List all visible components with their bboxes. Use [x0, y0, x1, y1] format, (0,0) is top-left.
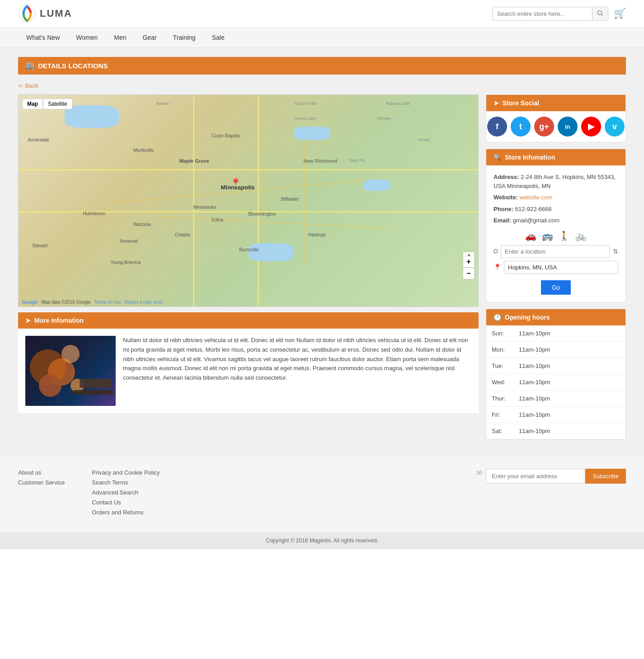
- website-value[interactable]: website.com: [520, 194, 552, 201]
- store-info-header: 🔍 Store Infomation: [486, 149, 625, 165]
- map-data-label: Map data ©2016 Google: [41, 300, 90, 305]
- footer-link[interactable]: About us: [18, 469, 41, 476]
- day-label: Fri:: [486, 406, 513, 423]
- footer: About usCustomer Service Privacy and Coo…: [0, 455, 644, 549]
- origin-dot: [494, 249, 498, 254]
- go-button[interactable]: Go: [541, 280, 571, 295]
- linkedin-icon[interactable]: in: [558, 117, 578, 137]
- opening-hours-panel: 🕐 Opening hours Sun:11am-10pmMon:11am-10…: [486, 309, 626, 440]
- footer-link[interactable]: Advanced Search: [92, 489, 138, 496]
- hours-value: 11am-10pm: [513, 374, 625, 390]
- section-title: DETAILS LOCATIONS: [38, 62, 108, 70]
- car-direction-icon[interactable]: 🚗: [525, 231, 536, 241]
- nav-item-women[interactable]: Women: [68, 28, 106, 47]
- logo-text: LUMA: [40, 8, 72, 19]
- hours-row: Thur:11am-10pm: [486, 390, 625, 406]
- phone-value: 612-922-6666: [515, 206, 552, 212]
- hours-value: 11am-10pm: [513, 390, 625, 406]
- vimeo-icon[interactable]: v: [605, 117, 625, 137]
- store-description: Nullam id dolor id nibh ultricies vehicu…: [123, 336, 471, 406]
- opening-hours-title: Opening hours: [505, 314, 550, 321]
- back-link[interactable]: <- Back: [18, 82, 38, 89]
- destination-pin: 📍: [494, 264, 501, 271]
- satellite-view-button[interactable]: Satellite: [43, 99, 72, 109]
- more-info-section: ➤ More Infomation Nullam id dolor id: [18, 312, 479, 413]
- terms-link[interactable]: Terms of Use: [94, 300, 121, 305]
- nav-item-gear[interactable]: Gear: [134, 28, 165, 47]
- facebook-icon[interactable]: f: [487, 117, 507, 137]
- address-row: Address: 2-24 8th Ave S, Hopkins, MN 553…: [494, 173, 618, 190]
- footer-link[interactable]: Contact Us: [92, 499, 121, 506]
- map-view-button[interactable]: Map: [22, 99, 43, 109]
- zoom-in-button[interactable]: +: [463, 256, 475, 268]
- nav-item-whats-new[interactable]: What's New: [18, 28, 68, 47]
- website-row: Website: website.com: [494, 193, 618, 202]
- zoom-out-button[interactable]: −: [463, 268, 475, 279]
- newsletter-row: ✉ Subscribe: [476, 469, 626, 484]
- youtube-icon[interactable]: ▶: [581, 117, 601, 137]
- address-label: Address:: [494, 174, 519, 180]
- day-label: Mon:: [486, 341, 513, 358]
- nav-item-sale[interactable]: Sale: [204, 28, 233, 47]
- bike-direction-icon[interactable]: 🚲: [575, 231, 587, 241]
- map-marker: 📍: [230, 178, 241, 188]
- destination-row: 📍: [494, 261, 618, 274]
- nav-item-men[interactable]: Men: [106, 28, 134, 47]
- social-icon-header: ➤: [494, 99, 499, 107]
- location-icon: 🏬: [25, 61, 34, 70]
- transit-direction-icon[interactable]: 🚌: [542, 231, 553, 241]
- footer-link[interactable]: Search Terms: [92, 479, 128, 486]
- origin-input[interactable]: [501, 245, 610, 258]
- section-header: 🏬 DETAILS LOCATIONS: [18, 57, 626, 75]
- walk-direction-icon[interactable]: 🚶: [559, 231, 570, 241]
- footer-link[interactable]: Privacy and Cookie Policy: [92, 469, 160, 476]
- footer-top: About usCustomer Service Privacy and Coo…: [0, 455, 644, 532]
- hours-row: Tue:11am-10pm: [486, 358, 625, 374]
- day-label: Thur:: [486, 390, 513, 406]
- social-icons-container: f t g+ in ▶ v: [486, 111, 625, 142]
- left-column: Annandale Monticello Coon Rapids Maple G…: [18, 94, 479, 446]
- cart-icon[interactable]: 🛒: [614, 8, 626, 19]
- subscribe-button[interactable]: Subscribe: [585, 469, 626, 484]
- search-input[interactable]: [493, 8, 592, 20]
- google-plus-icon[interactable]: g+: [534, 117, 554, 137]
- newsletter-input[interactable]: [486, 469, 585, 484]
- twitter-icon[interactable]: t: [511, 117, 531, 137]
- more-info-title: More Infomation: [34, 317, 84, 324]
- hours-row: Sat:11am-10pm: [486, 423, 625, 439]
- day-label: Sun:: [486, 325, 513, 342]
- email-label: Email:: [494, 217, 511, 224]
- arrow-icon: ➤: [25, 317, 31, 324]
- direction-icons: 🚗 🚌 🚶 🚲: [494, 231, 618, 241]
- store-info-body: Address: 2-24 8th Ave S, Hopkins, MN 553…: [486, 165, 625, 302]
- right-column: ➤ Store Social f t g+ in ▶ v 🔍 Store Inf…: [486, 94, 626, 446]
- report-link[interactable]: Report a map error: [124, 300, 162, 305]
- header-right: 🛒: [492, 7, 626, 21]
- copyright-text: Copyright © 2016 Magento. All rights res…: [266, 537, 378, 544]
- day-label: Tue:: [486, 358, 513, 374]
- nav-item-training[interactable]: Training: [165, 28, 204, 47]
- opening-hours-body: Sun:11am-10pmMon:11am-10pmTue:11am-10pmW…: [486, 325, 625, 439]
- store-info-title: Store Infomation: [505, 154, 555, 161]
- map-footer: Google Map data ©2016 Google Terms of Us…: [22, 300, 163, 305]
- hours-value: 11am-10pm: [513, 325, 625, 342]
- footer-col-links: Privacy and Cookie PolicySearch TermsAdv…: [92, 469, 160, 518]
- swap-icon[interactable]: ⇅: [613, 248, 618, 255]
- footer-link[interactable]: Customer Service: [18, 479, 65, 486]
- phone-label: Phone:: [494, 206, 513, 212]
- hours-row: Fri:11am-10pm: [486, 406, 625, 423]
- more-info-header: ➤ More Infomation: [18, 312, 479, 329]
- content-layout: Annandale Monticello Coon Rapids Maple G…: [18, 94, 626, 446]
- hours-value: 11am-10pm: [513, 341, 625, 358]
- footer-link[interactable]: Orders and Returns: [92, 509, 143, 516]
- phone-row: Phone: 612-922-6666: [494, 205, 618, 214]
- destination-input[interactable]: [504, 261, 618, 274]
- store-social-title: Store Social: [503, 99, 539, 107]
- nav: What's New Women Men Gear Training Sale: [0, 28, 644, 48]
- search-button[interactable]: [592, 7, 608, 20]
- logo-icon: [18, 5, 36, 23]
- footer-newsletter: ✉ Subscribe: [476, 469, 626, 518]
- search-bar: [492, 7, 608, 21]
- map-background: Annandale Monticello Coon Rapids Maple G…: [19, 95, 478, 306]
- location-inputs: ⇅ 📍 Go: [494, 245, 618, 295]
